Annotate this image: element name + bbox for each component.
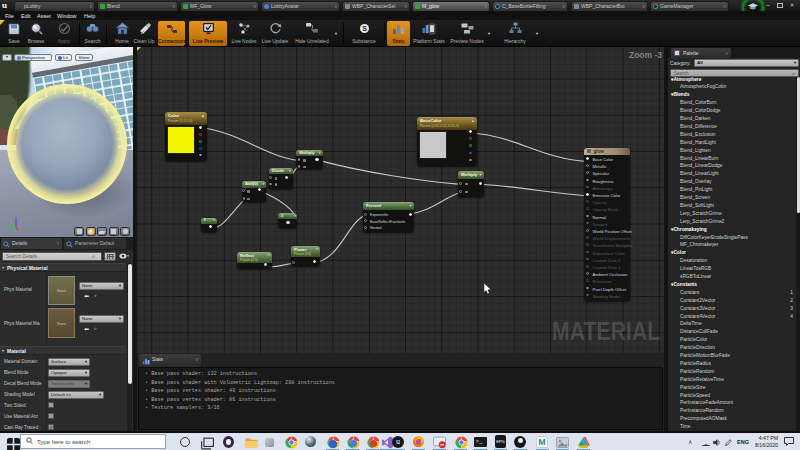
svg-text:x: x xyxy=(17,227,19,231)
svg-text:S: S xyxy=(362,25,367,32)
